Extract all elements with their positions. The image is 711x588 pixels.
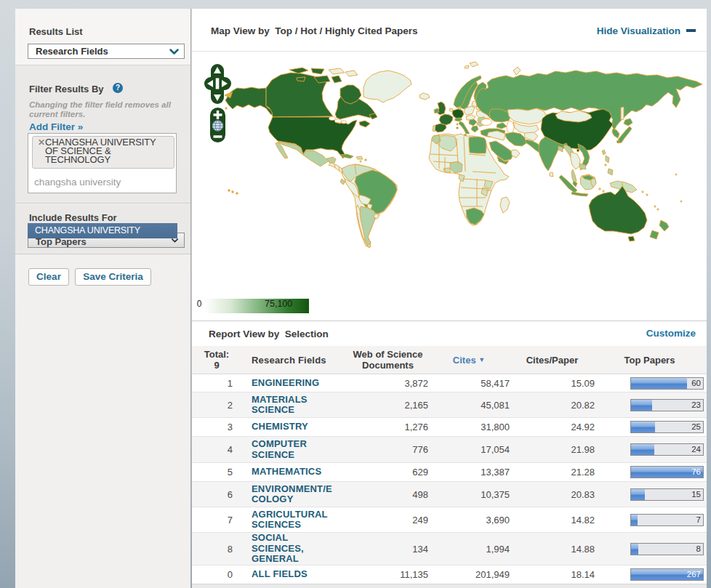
svg-text:75,100: 75,100 bbox=[265, 299, 292, 309]
svg-text:0: 0 bbox=[197, 299, 202, 309]
